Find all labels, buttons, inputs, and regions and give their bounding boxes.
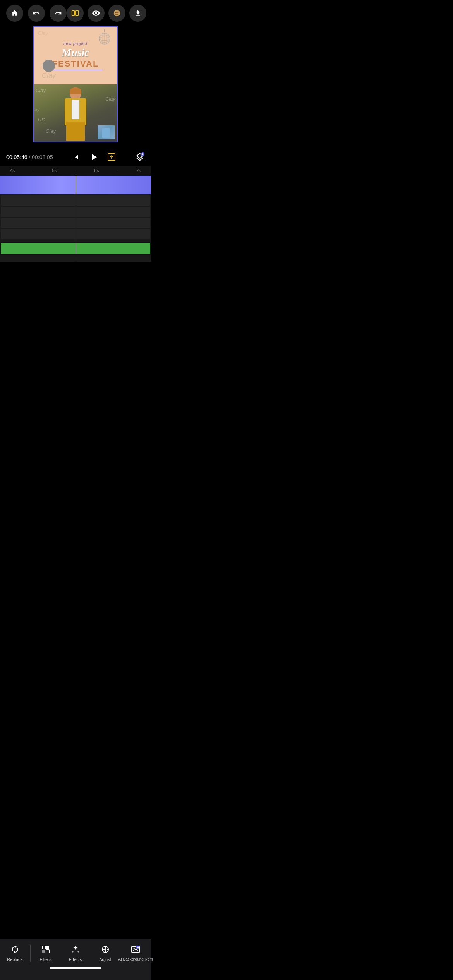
export-button[interactable] [129,5,146,22]
disco-ball [97,29,112,45]
top-bar-left [6,5,67,22]
playback-controls [71,152,116,163]
current-time: 00:05:46 [6,154,27,160]
clay-wm-1: Clay [38,30,48,36]
preview-area: new project Music FESTIVAL Clay Clay [0,26,151,149]
clay-wm-photo-4: Clay [46,128,56,134]
undo-button[interactable] [28,5,45,22]
track-area [0,176,151,262]
total-time: 00:08:05 [32,154,53,160]
preview-canvas[interactable]: new project Music FESTIVAL Clay Clay [33,26,118,142]
svg-point-4 [115,12,117,13]
poster-clay-watermark: Clay [42,72,56,80]
preview-poster: new project Music FESTIVAL Clay Clay [34,27,117,84]
time-display: 00:05:46 / 00:08:05 [6,154,53,160]
top-bar [0,0,151,26]
ruler-7s: 7s [131,168,146,173]
ruler-dot-2: · [68,169,83,173]
time-separator: / [29,154,30,160]
preview-photo: Clay Clay Cla Clay ay [34,84,117,142]
svg-rect-1 [76,11,78,16]
poster-circle-decoration [43,60,55,72]
top-bar-right [67,5,146,22]
ruler-dot-1: · [26,169,41,173]
ruler-5s: 5s [47,168,62,173]
ruler-dot-3: · [110,169,125,173]
svg-point-3 [114,10,120,17]
clay-wm-photo-5: ay [35,108,39,112]
poster-music-title: Music [62,46,89,59]
home-button[interactable] [6,5,23,22]
redo-button[interactable] [50,5,67,22]
poster-subtitle: new project [63,41,88,46]
ruler-4s: 4s [5,168,20,173]
clay-wm-photo-2: Clay [105,96,115,102]
scrubber-line [76,176,76,262]
timeline-ruler: 4s · 5s · 6s · 7s [0,166,151,176]
clay-wm-photo-3: Cla [38,117,46,122]
playback-bar: 00:05:46 / 00:08:05 [0,149,151,166]
split-button[interactable] [67,5,84,22]
preview-button[interactable] [88,5,105,22]
fashion-photo: Clay Clay Cla Clay ay [34,84,117,142]
ruler-6s: 6s [89,168,104,173]
poster-festival: FESTIVAL [52,59,99,69]
svg-rect-0 [72,11,74,16]
sticker-button[interactable] [108,5,125,22]
person-figure [62,87,89,142]
timeline: 4s · 5s · 6s · 7s [0,166,151,262]
svg-point-5 [117,12,118,13]
play-button[interactable] [88,152,99,163]
small-preview-thumbnail [98,125,115,139]
poster-underline [48,70,103,70]
skip-back-button[interactable] [71,152,81,162]
add-layers-button[interactable] [135,152,145,162]
clay-wm-photo-1: Clay [36,87,46,93]
loop-button[interactable] [107,152,116,162]
